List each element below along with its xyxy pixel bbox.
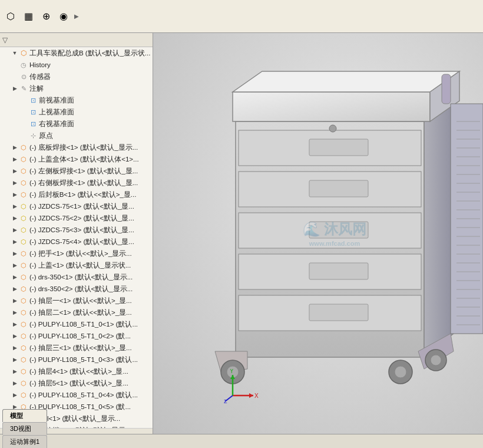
tree-item-3[interactable]: ⊡前视基准面	[0, 94, 153, 106]
tree-item-arrow[interactable]	[11, 332, 19, 340]
tree-item-label: 原点	[39, 130, 53, 141]
tree-item-label: 上视基准面	[39, 106, 74, 118]
tree-item-icon: ⬡	[19, 225, 28, 235]
tree-item-arrow[interactable]	[11, 344, 19, 352]
tree-item-8[interactable]: ⬡(-) 上盖盒体<1> (默认<默认体<1>...	[0, 153, 153, 165]
tree-root-arrow[interactable]	[11, 49, 19, 57]
tree-item-arrow[interactable]	[11, 308, 19, 317]
bottom-tabs: 模型3D视图运动算例1	[0, 434, 483, 448]
tree-item-arrow[interactable]	[11, 261, 19, 269]
tab-模型[interactable]: 模型	[2, 409, 47, 422]
toolbar-expand-arrow[interactable]: ▶	[73, 12, 80, 21]
tree-item-arrow[interactable]	[11, 249, 19, 258]
toolbar-icon-grid[interactable]: ▦	[20, 8, 37, 25]
svg-rect-34	[309, 180, 368, 197]
tree-item-label: (-) 上盖盒体<1> (默认<默认体<1>...	[29, 153, 139, 165]
tree-item-18[interactable]: ⬡(-) drs-350<1> (默认<默认_显示...	[0, 271, 153, 283]
tree-item-arrow	[20, 131, 28, 140]
tree-item-2[interactable]: ✎注解	[0, 83, 153, 94]
tree-item-22[interactable]: ⬡(-) PULPY-L108_5-T1_0<1> (默认...	[0, 318, 153, 330]
tree-item-icon: ⬡	[19, 237, 28, 246]
tree-item-11[interactable]: ⬡(-) 后封板B<1> (默认<<默认>_显...	[0, 189, 153, 200]
tree-item-label: 传感器	[29, 71, 51, 83]
tree-item-arrow[interactable]	[11, 355, 19, 364]
svg-rect-36	[309, 222, 368, 238]
svg-marker-52	[249, 393, 253, 398]
toolbar-icon-circle[interactable]: ◉	[55, 8, 72, 25]
tree-item-12[interactable]: ⬡(-) JZDCS-75<1> (默认<默认_显...	[0, 200, 153, 212]
feature-tree-container[interactable]: ⬡ 工具车装配总成B (默认<默认_显示状... ◷History⊙传感器✎注解…	[0, 47, 153, 428]
tree-item-arrow[interactable]	[11, 214, 19, 222]
tree-item-label: (-) 抽层三<1> (默认<<默认>_显...	[29, 342, 132, 354]
toolbar-icon-assembly[interactable]: ⬡	[2, 8, 19, 25]
tree-item-25[interactable]: ⬡(-) PULPY-L108_5-T1_0<3> (默认...	[0, 354, 153, 365]
tree-item-label: (-) 底板焊接<1> (默认<默认_显示...	[29, 141, 138, 153]
tree-item-arrow[interactable]	[11, 84, 19, 93]
tree-item-icon: ⬡	[19, 343, 28, 353]
tree-item-label: (-) 抽层5<1> (默认<<默认>_显...	[29, 377, 128, 389]
tree-item-arrow[interactable]	[11, 190, 19, 199]
tree-item-icon: ⊡	[28, 95, 38, 105]
tree-item-icon: ⊡	[28, 107, 38, 117]
svg-rect-32	[309, 139, 368, 156]
tree-item-0[interactable]: ◷History	[0, 59, 153, 71]
tree-item-label: (-) JZDCS-75<2> (默认<默认_显...	[29, 212, 134, 224]
tree-item-label: 右视基准面	[39, 118, 74, 130]
tree-item-6[interactable]: ⊹原点	[0, 130, 153, 141]
tree-item-arrow[interactable]	[11, 143, 19, 151]
tree-item-arrow[interactable]	[11, 285, 19, 293]
tree-item-arrow[interactable]	[11, 179, 19, 187]
tree-item-10[interactable]: ⬡(-) 右侧板焊接<1> (默认<默认_显...	[0, 177, 153, 189]
tree-item-arrow	[11, 73, 19, 81]
svg-point-49	[431, 355, 441, 365]
tree-item-24[interactable]: ⬡(-) 抽层三<1> (默认<<默认>_显...	[0, 342, 153, 354]
tree-item-16[interactable]: ⬡(-) 把手<1> (默认<<默认>_显示...	[0, 248, 153, 259]
tree-item-13[interactable]: ⬡(-) JZDCS-75<2> (默认<默认_显...	[0, 212, 153, 224]
tree-item-27[interactable]: ⬡(-) 抽层5<1> (默认<<默认>_显...	[0, 377, 153, 389]
svg-point-47	[395, 366, 406, 378]
tree-item-20[interactable]: ⬡(-) 抽层一<1> (默认<<默认>_显...	[0, 295, 153, 307]
tree-item-21[interactable]: ⬡(-) 抽层二<1> (默认<<默认>_显...	[0, 307, 153, 318]
svg-rect-40	[309, 304, 368, 321]
tree-item-19[interactable]: ⬡(-) drs-350<2> (默认<默认_显示...	[0, 283, 153, 295]
tree-item-26[interactable]: ⬡(-) 抽层4<1> (默认<<默认>_显...	[0, 365, 153, 377]
tree-item-arrow[interactable]	[11, 297, 19, 305]
svg-rect-38	[309, 263, 368, 279]
svg-marker-55	[230, 375, 235, 379]
tree-item-icon: ⊹	[28, 131, 38, 140]
tree-root-item[interactable]: ⬡ 工具车装配总成B (默认<默认_显示状...	[0, 47, 153, 59]
tree-item-arrow	[20, 96, 28, 104]
tree-item-arrow[interactable]	[11, 202, 19, 210]
toolbar-icon-crosshair[interactable]: ⊕	[38, 8, 54, 25]
tab-3D视图[interactable]: 3D视图	[2, 422, 47, 435]
tree-item-arrow[interactable]	[11, 367, 19, 375]
feature-tree-panel: ▽ ⬡ 工具车装配总成B (默认<默认_显示状... ◷History⊙传感器✎…	[0, 33, 153, 434]
tree-item-7[interactable]: ⬡(-) 底板焊接<1> (默认<默认_显示...	[0, 141, 153, 153]
tree-item-arrow[interactable]	[11, 155, 19, 163]
tree-item-23[interactable]: ⬡(-) PULPY-L108_5-T1_0<2> (默...	[0, 330, 153, 342]
tree-item-arrow[interactable]	[11, 226, 19, 234]
tree-item-17[interactable]: ⬡(-) 上盖<1> (默认<默认_显示状...	[0, 259, 153, 271]
tree-item-arrow[interactable]	[11, 320, 19, 328]
tree-item-label: (-) 抽层4<1> (默认<<默认>_显...	[29, 365, 128, 377]
tree-item-28[interactable]: ⬡(-) PULPY-L108_5-T1_0<4> (默认...	[0, 389, 153, 401]
tree-item-label: (-) 把手<1> (默认<<默认>_显示...	[29, 248, 132, 259]
tree-item-arrow	[20, 108, 28, 116]
tree-item-15[interactable]: ⬡(-) JZDCS-75<4> (默认<默认_显...	[0, 236, 153, 248]
tree-item-1[interactable]: ⊙传感器	[0, 71, 153, 83]
tree-item-arrow[interactable]	[11, 167, 19, 175]
tree-items: ◷History⊙传感器✎注解⊡前视基准面⊡上视基准面⊡右视基准面⊹原点⬡(-)…	[0, 59, 153, 428]
main-area: ▽ ⬡ 工具车装配总成B (默认<默认_显示状... ◷History⊙传感器✎…	[0, 33, 483, 434]
tree-item-14[interactable]: ⬡(-) JZDCS-75<3> (默认<默认_显...	[0, 224, 153, 236]
tab-运动算例1[interactable]: 运动算例1	[2, 435, 47, 448]
tree-item-arrow[interactable]	[11, 273, 19, 281]
tree-item-arrow[interactable]	[11, 238, 19, 246]
3d-viewport[interactable]: 🌊 沐风网 www.mfcad.com X Y Z	[153, 33, 483, 434]
tree-item-arrow[interactable]	[11, 379, 19, 387]
tree-item-label: (-) JZDCS-75<4> (默认<默认_显...	[29, 236, 134, 248]
tree-item-label: (-) drs-350<1> (默认<默认_显示...	[29, 271, 133, 283]
tree-item-9[interactable]: ⬡(-) 左侧板焊接<1> (默认<默认_显...	[0, 165, 153, 177]
tree-item-4[interactable]: ⊡上视基准面	[0, 106, 153, 118]
tree-item-5[interactable]: ⊡右视基准面	[0, 118, 153, 130]
tree-item-arrow[interactable]	[11, 391, 19, 399]
